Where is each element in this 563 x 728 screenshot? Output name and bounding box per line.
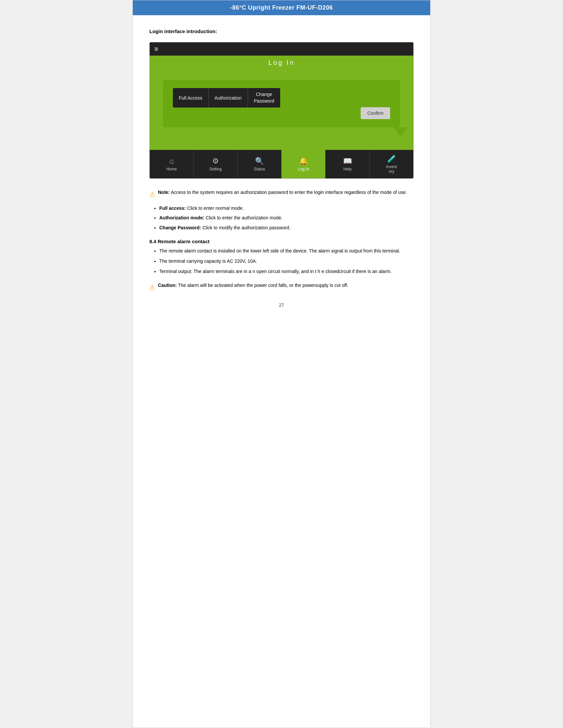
bullet-authorization-label: Authorization mode: bbox=[159, 215, 204, 220]
page-title: -86°C Upright Freezer FM-UF-D206 bbox=[230, 4, 333, 11]
nav-setting-label: Setting bbox=[209, 167, 221, 171]
ui-nav: ⌂ Home ⚙ Setting 🔍 Status 🔔 Log In 📖 bbox=[150, 150, 413, 178]
search-icon: 🔍 bbox=[255, 157, 264, 165]
login-section-title: Login interface introduction: bbox=[149, 28, 414, 34]
nav-login[interactable]: 🔔 Log In bbox=[282, 150, 326, 178]
remote-alarm-bullet-1: The remote alarm contact is installed on… bbox=[159, 247, 414, 255]
ui-popup-area: Full Access Authorization ChangePassword… bbox=[150, 70, 413, 150]
page-header: -86°C Upright Freezer FM-UF-D206 bbox=[133, 0, 430, 15]
ui-top-bar: ≡ bbox=[150, 42, 413, 56]
section-8-4-heading: 8.4 Remote alarm contact bbox=[149, 239, 414, 244]
help-icon: 📖 bbox=[343, 157, 352, 165]
hamburger-icon[interactable]: ≡ bbox=[154, 46, 158, 52]
bullet-authorization-text: Click to enter the authorization mode. bbox=[206, 215, 283, 220]
bullet-full-access-label: Full access: bbox=[159, 205, 186, 211]
remote-alarm-bullet-3: Terminal output: The alarm terminals are… bbox=[159, 267, 414, 276]
section-8-4-bullets: The remote alarm contact is installed on… bbox=[159, 247, 414, 276]
caution-label: Caution: bbox=[158, 283, 177, 288]
nav-login-label: Log In bbox=[298, 167, 309, 171]
nav-home[interactable]: ⌂ Home bbox=[150, 150, 194, 178]
page: -86°C Upright Freezer FM-UF-D206 Login i… bbox=[132, 0, 431, 728]
bullet-change-password-label: Change Password: bbox=[159, 225, 201, 230]
bullet-full-access: Full access: Click to enter normal mode. bbox=[159, 204, 414, 212]
nav-status[interactable]: 🔍 Status bbox=[238, 150, 282, 178]
ui-mockup: ≡ Log In Full Access Authorization Chang… bbox=[149, 42, 414, 179]
confirm-button[interactable]: Confirm bbox=[361, 107, 390, 119]
authorization-button[interactable]: Authorization bbox=[208, 88, 248, 108]
change-password-button[interactable]: ChangePassword bbox=[248, 88, 280, 108]
nav-help-label: Help bbox=[344, 167, 352, 171]
bullet-full-access-text: Click to enter normal mode. bbox=[187, 205, 244, 211]
bullet-change-password: Change Password: Click to modify the aut… bbox=[159, 224, 414, 232]
home-icon: ⌂ bbox=[169, 157, 173, 165]
note-content: Access to the system requires an authori… bbox=[171, 190, 407, 195]
caution-icon: ⚠ bbox=[149, 282, 155, 293]
nav-status-label: Status bbox=[254, 167, 265, 171]
warning-icon: ⚠ bbox=[149, 189, 155, 200]
nav-setting[interactable]: ⚙ Setting bbox=[194, 150, 238, 178]
nav-inventory[interactable]: 🧪 Invent ory bbox=[370, 150, 413, 178]
gear-icon: ⚙ bbox=[212, 157, 219, 165]
login-icon: 🔔 bbox=[299, 157, 308, 165]
remote-alarm-bullet-2: The terminal carrying capacity is AC 220… bbox=[159, 257, 414, 265]
note-block: ⚠ Note: Access to the system requires an… bbox=[149, 189, 414, 200]
full-access-button[interactable]: Full Access bbox=[173, 88, 208, 108]
caution-text: Caution: The alarm will be activated whe… bbox=[158, 282, 349, 289]
caution-block: ⚠ Caution: The alarm will be activated w… bbox=[149, 282, 414, 293]
note-label: Note: bbox=[158, 190, 170, 195]
nav-home-label: Home bbox=[166, 167, 177, 171]
page-number: 27 bbox=[149, 302, 414, 314]
inventory-icon: 🧪 bbox=[387, 155, 396, 163]
notes-bullets: Full access: Click to enter normal mode.… bbox=[159, 204, 414, 232]
caution-content: The alarm will be activated when the pow… bbox=[178, 283, 348, 288]
page-content: Login interface introduction: ≡ Log In F… bbox=[133, 15, 430, 728]
popup-arrow bbox=[394, 127, 408, 137]
bullet-change-password-text: Click to modify the authorization passwo… bbox=[202, 225, 291, 230]
ui-popup-box: Full Access Authorization ChangePassword… bbox=[163, 80, 400, 127]
nav-inventory-label: Invent ory bbox=[386, 164, 397, 174]
note-text: Note: Access to the system requires an a… bbox=[158, 189, 407, 196]
nav-help[interactable]: 📖 Help bbox=[326, 150, 370, 178]
ui-popup-buttons: Full Access Authorization ChangePassword bbox=[173, 88, 390, 108]
bullet-authorization: Authorization mode: Click to enter the a… bbox=[159, 214, 414, 222]
ui-login-bar: Log In bbox=[150, 56, 413, 70]
login-bar-label: Log In bbox=[268, 59, 295, 66]
